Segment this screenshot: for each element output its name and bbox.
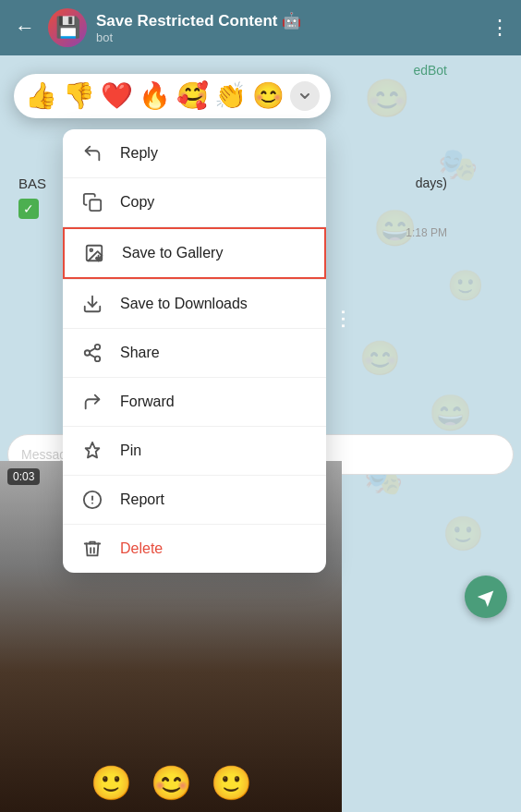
save-gallery-icon (83, 242, 105, 264)
menu-item-pin[interactable]: Pin (63, 427, 326, 475)
reply-label: Reply (120, 145, 158, 162)
pin-icon (81, 440, 103, 462)
reaction-love[interactable]: 🥰 (176, 83, 209, 109)
reaction-smile[interactable]: 😊 (252, 83, 285, 109)
save-gallery-label: Save to Gallery (122, 245, 223, 261)
copy-label: Copy (120, 194, 154, 211)
menu-item-copy[interactable]: Copy (63, 178, 326, 226)
context-overlay: 👍 👎 ❤️ 🔥 🥰 👏 😊 Reply (0, 55, 521, 812)
menu-item-save-downloads[interactable]: Save to Downloads (63, 280, 326, 328)
menu-item-save-gallery[interactable]: Save to Gallery (65, 229, 324, 277)
svg-line-16 (90, 354, 95, 358)
delete-icon (81, 538, 103, 560)
share-icon (81, 342, 103, 364)
reply-icon (81, 142, 103, 164)
chat-background: 😊 🎭 😄 🙂 😊 😄 🎭 🙂 edBot BAS days) ✓ Messag… (0, 55, 521, 812)
copy-icon (81, 191, 103, 213)
menu-item-share[interactable]: Share (63, 329, 326, 377)
emoji-expand-button[interactable] (290, 81, 320, 111)
chat-subtitle: bot (96, 30, 480, 44)
report-icon (81, 489, 103, 511)
pin-label: Pin (120, 442, 141, 459)
menu-item-save-gallery-wrapper: Save to Gallery (63, 227, 326, 279)
forward-icon (81, 391, 103, 413)
svg-rect-8 (90, 200, 101, 211)
menu-item-report[interactable]: Report (63, 476, 326, 524)
svg-line-17 (90, 348, 95, 352)
emoji-reaction-bar: 👍 👎 ❤️ 🔥 🥰 👏 😊 (14, 74, 331, 118)
reaction-thumbs-up[interactable]: 👍 (25, 83, 57, 109)
reaction-heart[interactable]: ❤️ (101, 83, 133, 109)
more-options-button[interactable]: ⋮ (490, 16, 510, 40)
forward-label: Forward (120, 394, 175, 410)
menu-item-delete[interactable]: Delete (63, 525, 326, 573)
report-label: Report (120, 491, 164, 508)
back-button[interactable]: ← (11, 12, 39, 43)
save-downloads-label: Save to Downloads (120, 296, 248, 312)
avatar: 💾 (48, 8, 87, 47)
reaction-thumbs-down[interactable]: 👎 (63, 83, 95, 109)
delete-label: Delete (120, 540, 163, 557)
reaction-clap[interactable]: 👏 (214, 83, 247, 109)
svg-point-10 (90, 248, 92, 251)
save-downloads-icon (81, 293, 103, 315)
context-menu: Reply Copy (63, 129, 326, 573)
reaction-fire[interactable]: 🔥 (139, 83, 171, 109)
header-info: Save Restricted Content 🤖 bot (96, 11, 480, 44)
menu-item-forward[interactable]: Forward (63, 378, 326, 426)
chat-title: Save Restricted Content 🤖 (96, 11, 480, 30)
menu-item-reply[interactable]: Reply (63, 129, 326, 177)
share-label: Share (120, 345, 160, 361)
chat-header: ← 💾 Save Restricted Content 🤖 bot ⋮ (0, 0, 521, 55)
